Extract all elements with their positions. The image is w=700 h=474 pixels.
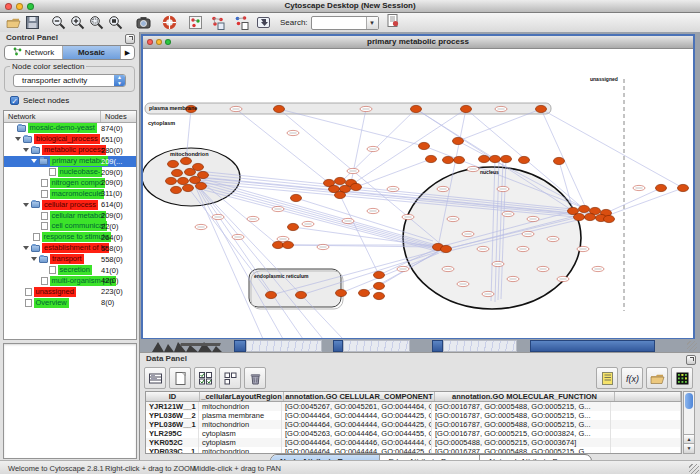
expander-icon[interactable]	[15, 137, 21, 141]
tree-row[interactable]: multi-organism pro42(0)	[4, 275, 136, 286]
tree-row[interactable]: metabolic process280(0)	[4, 145, 136, 156]
minimized-window[interactable]	[246, 340, 322, 352]
vizmapper-icon[interactable]	[256, 15, 272, 31]
expander-icon[interactable]	[31, 159, 37, 163]
table-row[interactable]: YPL036W__1mitochondrion[GO:0044464, GO:0…	[146, 420, 681, 429]
tree-col-nodes[interactable]: Nodes	[101, 111, 136, 122]
tree-row[interactable]: response to stimulu264(0)	[4, 232, 136, 243]
attribute-list-icon[interactable]	[596, 367, 618, 389]
tree-row[interactable]: unassigned223(0)	[4, 286, 136, 297]
tree-row[interactable]: mosaic-demo-yeast874(0)	[4, 123, 136, 134]
tree-row[interactable]: primary metabol209(...	[4, 156, 136, 167]
tree-row[interactable]: secretion41(0)	[4, 265, 136, 276]
search-dropdown-icon[interactable]: ▼	[366, 17, 378, 29]
birds-eye-view[interactable]	[3, 343, 137, 459]
svg-text:endoplasmic reticulum: endoplasmic reticulum	[254, 273, 309, 279]
window-resize-grip[interactable]	[689, 464, 699, 474]
column-header[interactable]: ID	[146, 392, 200, 401]
table-cell: mitochondrion	[199, 447, 282, 454]
file-icon	[25, 288, 32, 296]
combo-stepper-icon[interactable]: ▲▼	[114, 75, 125, 86]
tree-col-network[interactable]: Network	[4, 111, 101, 122]
expander-icon[interactable]	[23, 246, 29, 250]
zoom-out-icon[interactable]	[51, 15, 67, 31]
tree-row-label: nucleobase-	[58, 167, 103, 177]
file-icon	[25, 299, 32, 307]
tab-network[interactable]: Network	[5, 46, 63, 59]
tree-row[interactable]: cell communicat22(0)	[4, 221, 136, 232]
delete-attribute-icon[interactable]	[244, 367, 266, 389]
open-icon[interactable]	[6, 15, 22, 31]
import-icon[interactable]	[385, 13, 401, 29]
folder-icon	[31, 201, 40, 208]
file-icon	[49, 168, 56, 176]
column-header[interactable]: annotation.GO MOLECULAR_FUNCTION	[435, 392, 615, 401]
tree-row[interactable]: Overview8(0)	[4, 297, 136, 308]
table-cell: [GO:0044464, GO:0044444, GO:0044425, G..…	[282, 411, 432, 420]
select-nodes-checkbox[interactable]: ✓	[10, 96, 19, 105]
help-icon[interactable]	[162, 15, 178, 31]
tree-row-label: mosaic-demo-yeast	[28, 123, 97, 133]
status-bar: Welcome to Cytoscape 2.8.1 Right-click +…	[0, 460, 700, 474]
tree-row-count: 42(0)	[101, 276, 119, 285]
minimized-window[interactable]	[343, 340, 410, 352]
expander-icon[interactable]	[31, 257, 37, 261]
column-header[interactable]: annotation.GO CELLULAR_COMPONENT	[284, 392, 435, 401]
tree-row[interactable]: transport558(0)	[4, 254, 136, 265]
svg-text:mitochondrion: mitochondrion	[170, 151, 209, 157]
float-panel-icon[interactable]	[686, 355, 696, 365]
tree-row-label: unassigned	[34, 287, 76, 297]
tree-row[interactable]: establishment of lo558(0)	[4, 243, 136, 254]
select-mode-icon[interactable]	[188, 15, 204, 31]
expander-icon[interactable]	[23, 203, 29, 207]
table-row[interactable]: YPL036W__2plasma membrane[GO:0044464, GO…	[146, 411, 681, 420]
table-scrollbar[interactable]: ▲ ▼	[683, 391, 695, 454]
desktop-resize-grip[interactable]	[687, 341, 697, 351]
new-attribute-icon[interactable]	[169, 367, 191, 389]
table-row[interactable]: YJR121W__1mitochondrion[GO:0045267, GO:0…	[146, 402, 681, 411]
table-row[interactable]: YDR039C__1mitochondrion[GO:0044464, GO:0…	[146, 447, 681, 454]
network-window-titlebar[interactable]: primary metabolic process	[143, 36, 693, 49]
save-icon[interactable]	[25, 15, 41, 31]
tree-row[interactable]: cellular metabol209(0)	[4, 210, 136, 221]
table-row[interactable]: YKR052Ccytoplasm[GO:0044464, GO:0044446,…	[146, 438, 681, 447]
network-canvas[interactable]: plasma membranecytoplasmmitochondrionnuc…	[143, 49, 693, 338]
scroll-down-icon[interactable]: ▼	[684, 443, 694, 453]
tree-row-count: 223(0)	[101, 287, 123, 296]
minimized-window[interactable]	[432, 340, 443, 352]
tree-row[interactable]: biological_process651(0)	[4, 134, 136, 145]
minimized-window[interactable]	[333, 340, 343, 352]
new-network-from-selection-icon[interactable]	[234, 15, 250, 31]
unselect-attributes-icon[interactable]	[219, 367, 241, 389]
minimized-window[interactable]	[530, 340, 655, 352]
tree-row-count: 41(0)	[101, 266, 119, 275]
zoom-selected-icon[interactable]	[89, 15, 105, 31]
tree-row[interactable]: nucleobase-209(0)	[4, 167, 136, 178]
tree-row[interactable]: nitrogen compo209(0)	[4, 177, 136, 188]
table-row[interactable]: YLR295Ccytoplasm[GO:0045263, GO:0044464,…	[146, 429, 681, 438]
tree-row[interactable]: cellular process614(0)	[4, 199, 136, 210]
more-tabs-icon[interactable]: ▶	[121, 46, 134, 59]
float-panel-icon[interactable]	[125, 34, 135, 44]
minimized-window[interactable]	[234, 340, 246, 352]
matrix-icon[interactable]	[671, 367, 693, 389]
scrollbar-thumb[interactable]	[685, 393, 693, 409]
column-header[interactable]: _cellularLayoutRegion	[200, 392, 284, 401]
tree-row[interactable]: macromolecule311(0)	[4, 188, 136, 199]
minimized-window[interactable]	[443, 340, 517, 352]
tree-row-count: 280(0)	[101, 146, 123, 155]
formula-icon[interactable]: f(x)	[621, 367, 643, 389]
select-attributes-icon[interactable]	[194, 367, 216, 389]
expander-icon[interactable]	[23, 148, 29, 152]
first-neighbors-icon[interactable]	[210, 15, 226, 31]
zoom-in-icon[interactable]	[70, 15, 86, 31]
node-color-select-value: transporter activity	[14, 75, 125, 86]
node-color-select[interactable]: transporter activity ▲▼	[13, 74, 126, 87]
zoom-fit-icon[interactable]	[108, 15, 124, 31]
search-input[interactable]: ▼	[311, 16, 379, 30]
tree-row-label: primary metabol	[50, 156, 108, 166]
snapshot-icon[interactable]	[136, 15, 152, 31]
tab-mosaic[interactable]: Mosaic	[63, 46, 121, 59]
import-table-icon[interactable]	[646, 367, 668, 389]
attribute-table-icon[interactable]	[144, 367, 166, 389]
